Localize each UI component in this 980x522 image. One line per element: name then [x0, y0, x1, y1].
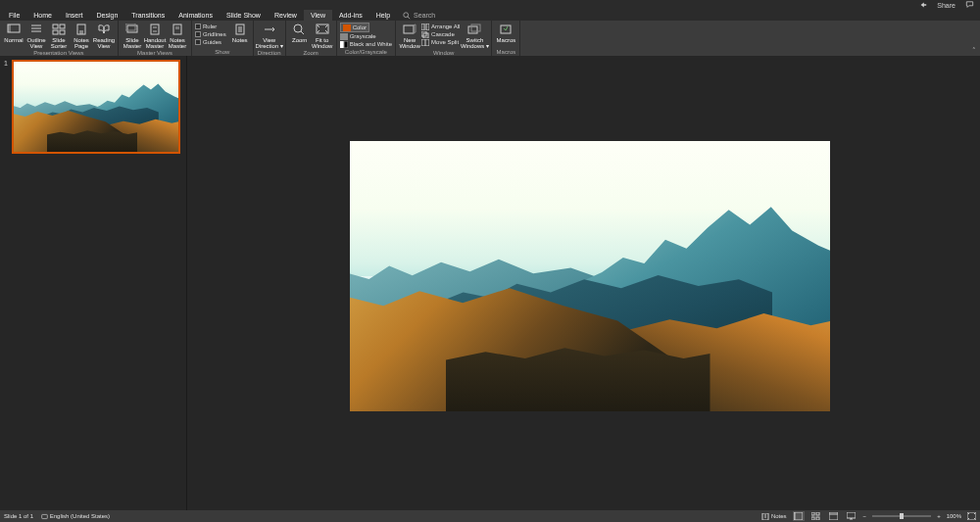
- tell-me-search[interactable]: Search: [403, 10, 435, 21]
- cascade-icon: [421, 31, 429, 38]
- guides-checkbox[interactable]: Guides: [195, 38, 226, 46]
- svg-rect-38: [816, 517, 819, 520]
- svg-rect-37: [811, 517, 814, 520]
- tab-slideshow[interactable]: Slide Show: [220, 10, 268, 21]
- thumbnail-item[interactable]: 1: [4, 60, 186, 154]
- notes-master-icon: [171, 23, 184, 36]
- group-master-views: SlideMaster HandoutMaster NotesMaster Ma…: [119, 21, 192, 56]
- grayscale-icon: [340, 33, 348, 40]
- normal-view-status-icon: [794, 512, 803, 520]
- language-icon: [41, 513, 48, 520]
- cascade-button[interactable]: Cascade: [421, 30, 460, 38]
- zoom-percent[interactable]: 100%: [947, 513, 961, 519]
- svg-rect-23: [421, 24, 424, 30]
- tab-insert[interactable]: Insert: [59, 10, 90, 21]
- svg-point-16: [294, 24, 302, 32]
- macros-button[interactable]: Macros: [495, 22, 516, 43]
- tab-help[interactable]: Help: [369, 10, 397, 21]
- group-label: Color/Grayscale: [340, 49, 392, 56]
- slide-canvas[interactable]: [350, 141, 830, 411]
- move-split-button[interactable]: Move Split: [421, 38, 460, 46]
- notes-toggle[interactable]: Notes: [761, 513, 787, 520]
- zoom-button[interactable]: Zoom: [289, 22, 311, 43]
- svg-rect-10: [151, 24, 159, 34]
- svg-rect-2: [8, 24, 11, 32]
- tab-animations[interactable]: Animations: [172, 10, 220, 21]
- fit-to-window-status-button[interactable]: [967, 512, 976, 520]
- reading-view-button[interactable]: ReadingView: [93, 22, 115, 50]
- reading-view-status-button[interactable]: [828, 511, 840, 521]
- slide-thumbnails-panel[interactable]: 1: [0, 56, 187, 510]
- svg-rect-39: [829, 512, 838, 520]
- outline-view-button[interactable]: OutlineView: [25, 22, 47, 50]
- share-label[interactable]: Share: [937, 2, 956, 9]
- share-button[interactable]: [919, 1, 927, 9]
- direction-icon: [263, 23, 276, 36]
- slideshow-status-button[interactable]: [846, 511, 858, 521]
- arrange-all-button[interactable]: Arrange All: [421, 23, 460, 30]
- new-window-icon: [403, 23, 416, 36]
- gridlines-checkbox[interactable]: Gridlines: [195, 30, 226, 38]
- notes-page-icon: [74, 23, 88, 36]
- notes-page-button[interactable]: NotesPage: [71, 22, 92, 50]
- notes-master-button[interactable]: NotesMaster: [167, 22, 188, 50]
- language-status[interactable]: English (United States): [41, 513, 110, 520]
- handout-master-button[interactable]: HandoutMaster: [144, 22, 166, 50]
- share-icon: [919, 1, 927, 9]
- tab-review[interactable]: Review: [268, 10, 304, 21]
- tab-transitions[interactable]: Transitions: [124, 10, 172, 21]
- view-direction-button[interactable]: ViewDirection ▾: [257, 22, 282, 50]
- slide-sorter-button[interactable]: SlideSorter: [48, 22, 70, 50]
- tab-home[interactable]: Home: [26, 10, 59, 21]
- tab-addins[interactable]: Add-ins: [332, 10, 369, 21]
- ruler-checkbox[interactable]: Ruler: [195, 23, 226, 30]
- svg-rect-28: [468, 26, 477, 33]
- reading-status-icon: [829, 512, 838, 520]
- svg-rect-3: [53, 24, 58, 28]
- comments-icon[interactable]: [965, 1, 974, 9]
- ribbon: Normal OutlineView SlideSorter NotesPage…: [0, 21, 980, 57]
- notes-button[interactable]: Notes: [230, 22, 250, 43]
- lightbulb-icon: [403, 12, 411, 20]
- switch-windows-button[interactable]: SwitchWindows ▾: [461, 22, 488, 50]
- outline-view-icon: [29, 23, 43, 36]
- sorter-view-status-button[interactable]: [810, 511, 822, 521]
- zoom-out-button[interactable]: −: [863, 513, 867, 519]
- normal-view-icon: [7, 23, 21, 36]
- slide-editor[interactable]: [187, 56, 980, 510]
- thumbnail-preview[interactable]: [12, 60, 180, 154]
- svg-rect-12: [153, 30, 157, 32]
- collapse-ribbon-button[interactable]: ˄: [972, 47, 976, 55]
- group-color-grayscale: Color Grayscale Black and White Color/Gr…: [337, 21, 396, 56]
- black-white-button[interactable]: Black and White: [340, 40, 392, 48]
- slide-counter[interactable]: Slide 1 of 1: [4, 513, 33, 519]
- zoom-in-button[interactable]: +: [937, 513, 941, 519]
- group-show: Ruler Gridlines Guides Notes Show: [192, 21, 254, 56]
- workspace: 1: [0, 56, 980, 510]
- svg-rect-40: [847, 512, 856, 518]
- normal-view-button[interactable]: Normal: [3, 22, 24, 43]
- tab-file[interactable]: File: [2, 10, 26, 21]
- tab-design[interactable]: Design: [89, 10, 124, 21]
- svg-rect-24: [426, 24, 429, 30]
- notes-icon: [233, 23, 247, 36]
- normal-view-status-button[interactable]: [793, 511, 805, 521]
- new-window-button[interactable]: NewWindow: [399, 22, 420, 50]
- svg-rect-18: [343, 24, 351, 31]
- group-direction: ViewDirection ▾ Direction: [254, 21, 286, 56]
- grayscale-button[interactable]: Grayscale: [340, 32, 376, 40]
- handout-master-icon: [148, 23, 162, 36]
- color-button[interactable]: Color: [340, 23, 369, 32]
- slide-master-icon: [125, 23, 139, 36]
- zoom-slider-thumb[interactable]: [900, 513, 904, 519]
- slide-master-button[interactable]: SlideMaster: [122, 22, 143, 50]
- arrange-icon: [421, 24, 429, 30]
- fit-to-window-button[interactable]: Fit toWindow: [312, 22, 333, 50]
- group-window: NewWindow Arrange All Cascade Move Split…: [396, 21, 492, 56]
- svg-rect-4: [60, 24, 65, 28]
- zoom-slider[interactable]: [872, 515, 931, 517]
- title-bar: Share: [0, 0, 980, 10]
- svg-rect-29: [471, 24, 480, 31]
- svg-rect-36: [816, 512, 819, 515]
- tab-view[interactable]: View: [304, 10, 332, 21]
